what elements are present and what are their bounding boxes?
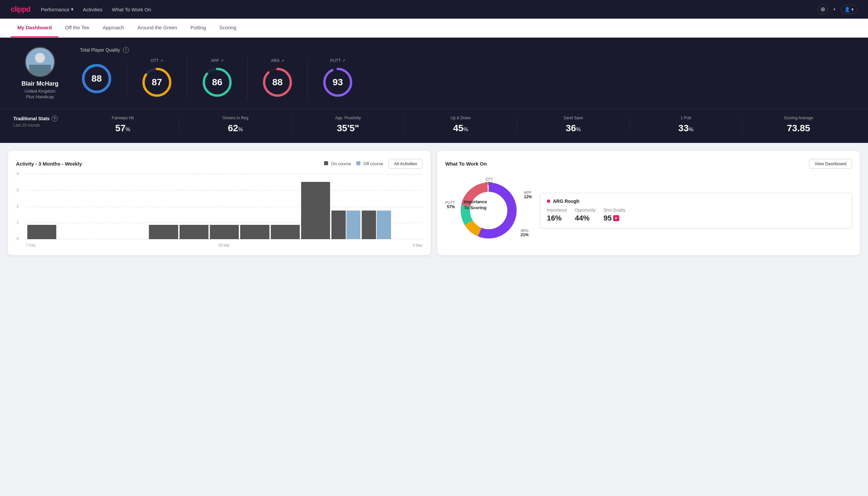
ott-score-number: 87	[152, 77, 162, 88]
shot-quality-label: Shot Quality	[603, 208, 625, 213]
shot-quality-value: 95 ▼	[603, 214, 625, 222]
avatar	[25, 47, 55, 77]
stats-subtitle: Last 20 rounds	[13, 123, 67, 128]
scores-section: Total Player Quality ? 88 OTT	[80, 47, 855, 99]
nav-performance[interactable]: Performance ▾	[41, 6, 74, 12]
all-activities-button[interactable]: All Activities	[388, 159, 423, 169]
on-course-legend: On course	[324, 161, 351, 166]
svg-rect-3	[29, 65, 51, 76]
overall-score-number: 88	[91, 73, 101, 84]
putt-donut-label: PUTT 57%	[445, 201, 455, 209]
bar-on-5	[179, 225, 208, 239]
stats-help-icon[interactable]: ?	[52, 115, 58, 122]
work-panel-title: What To Work On	[445, 161, 487, 167]
arg-donut-label: ARG 21%	[521, 229, 528, 237]
ott-score-ring: OTT ↗ 87	[127, 58, 187, 99]
opportunity-label: Opportunity	[575, 208, 596, 213]
svg-point-1	[35, 53, 45, 63]
bar-on-0	[27, 225, 56, 239]
view-dashboard-button[interactable]: View Dashboard	[809, 159, 852, 169]
chevron-down-icon-add: ▾	[833, 7, 835, 12]
tab-scoring[interactable]: Scoring	[212, 19, 243, 37]
stats-label-col: Traditional Stats ? Last 20 rounds	[13, 115, 67, 128]
tab-off-the-tee[interactable]: Off the Tee	[58, 19, 96, 37]
app-logo: clippd	[11, 5, 30, 14]
importance-stat: Importance 16%	[547, 208, 567, 222]
activity-chart-panel: Activity - 3 Months - Weekly On course O…	[8, 151, 431, 255]
bar-group-2	[88, 239, 117, 239]
chart-title: Activity - 3 Months - Weekly	[16, 161, 82, 167]
help-icon[interactable]: ?	[123, 47, 129, 53]
chevron-down-icon: ▾	[71, 6, 74, 12]
tab-putting[interactable]: Putting	[184, 19, 213, 37]
donut-center: Importance To Scoring	[460, 199, 490, 211]
nav-activities[interactable]: Activities	[83, 7, 102, 12]
putt-ring-container: 93	[321, 66, 354, 99]
bottom-panels: Activity - 3 Months - Weekly On course O…	[0, 143, 868, 263]
chart-panel-header: Activity - 3 Months - Weekly On course O…	[16, 159, 423, 169]
stat-item-greens-in-reg: Greens In Reg 62%	[179, 115, 292, 134]
user-menu-button[interactable]: 👤 ▾	[841, 5, 857, 14]
stats-row: Fairways Hit 57% Greens In Reg 62% App. …	[67, 115, 855, 134]
bar-group-8	[271, 225, 300, 239]
total-player-quality-label: Total Player Quality	[80, 47, 120, 52]
player-country: United Kingdom	[25, 89, 56, 94]
tab-around-the-green[interactable]: Around the Green	[130, 19, 184, 37]
ott-label: OTT ↗	[151, 58, 163, 63]
bar-on-4	[149, 225, 178, 239]
arg-arrow-icon: ↗	[281, 59, 284, 63]
putt-score-number: 93	[332, 77, 343, 88]
stat-item-app.-proximity: App. Proximity 35'5"	[292, 115, 404, 134]
importance-label: Importance	[547, 208, 567, 213]
chart-legend: On course Off course	[324, 161, 383, 166]
app-label: APP ↗	[211, 58, 223, 63]
bar-group-12	[392, 239, 421, 239]
ott-arrow-icon: ↗	[160, 59, 163, 63]
info-card-header: ARG Rough	[547, 199, 845, 204]
user-icon: 👤	[845, 7, 850, 12]
putt-score-ring: PUTT ↗ 93	[308, 58, 368, 99]
top-navigation: clippd Performance ▾ Activities What To …	[0, 0, 868, 19]
bar-on-10	[331, 211, 346, 239]
app-donut-label: APP 12%	[524, 190, 532, 199]
nav-right-controls: ⊕ ▾ 👤 ▾	[817, 4, 857, 15]
putt-label: PUTT ↗	[330, 58, 345, 63]
add-button[interactable]: ⊕	[817, 4, 828, 15]
bars-container	[26, 174, 423, 239]
bar-group-5	[179, 225, 208, 239]
chart-area: 4 3 2 1 0 7 Feb 28 Mar 9 May	[16, 174, 423, 247]
off-course-legend: Off course	[357, 161, 383, 166]
bar-group-0	[27, 225, 56, 239]
work-content: OTT 10% APP 12% ARG 21% PUTT 57%	[445, 174, 852, 247]
bar-on-7	[240, 225, 269, 239]
info-card-stats: Importance 16% Opportunity 44% Shot Qual…	[547, 208, 845, 222]
tab-my-dashboard[interactable]: My Dashboard	[11, 19, 58, 37]
traditional-stats-section: Traditional Stats ? Last 20 rounds Fairw…	[0, 109, 868, 143]
shot-quality-stat: Shot Quality 95 ▼	[603, 208, 625, 222]
bar-off-10	[346, 211, 361, 239]
bar-empty-3	[119, 239, 147, 239]
bar-on-8	[271, 225, 300, 239]
bar-on-6	[210, 225, 239, 239]
stat-item-scoring-average: Scoring Average 73.85	[742, 115, 855, 134]
overall-ring-container: 88	[80, 62, 113, 95]
importance-value: 16%	[547, 214, 567, 222]
score-rings: 88 OTT ↗ 87 AP	[80, 58, 855, 99]
bar-group-1	[58, 239, 86, 239]
nav-what-to-work-on[interactable]: What To Work On	[112, 7, 151, 12]
bar-group-10	[331, 211, 360, 239]
bar-group-11	[362, 211, 391, 239]
bar-empty-1	[58, 239, 86, 239]
stat-item-sand-save: Sand Save 36%	[517, 115, 630, 134]
bar-on-9	[301, 182, 330, 239]
info-card: ARG Rough Importance 16% Opportunity 44%…	[540, 193, 852, 228]
hero-section: Blair McHarg United Kingdom Plus Handica…	[0, 37, 868, 109]
work-panel-header: What To Work On View Dashboard	[445, 159, 852, 169]
x-labels: 7 Feb 28 Mar 9 May	[26, 243, 423, 247]
player-info: Blair McHarg United Kingdom Plus Handica…	[13, 47, 67, 99]
opportunity-stat: Opportunity 44%	[575, 208, 596, 222]
putt-arrow-icon: ↗	[342, 59, 345, 63]
app-score-ring: APP ↗ 86	[187, 58, 248, 99]
app-ring-container: 86	[201, 66, 234, 99]
tab-approach[interactable]: Approach	[96, 19, 130, 37]
